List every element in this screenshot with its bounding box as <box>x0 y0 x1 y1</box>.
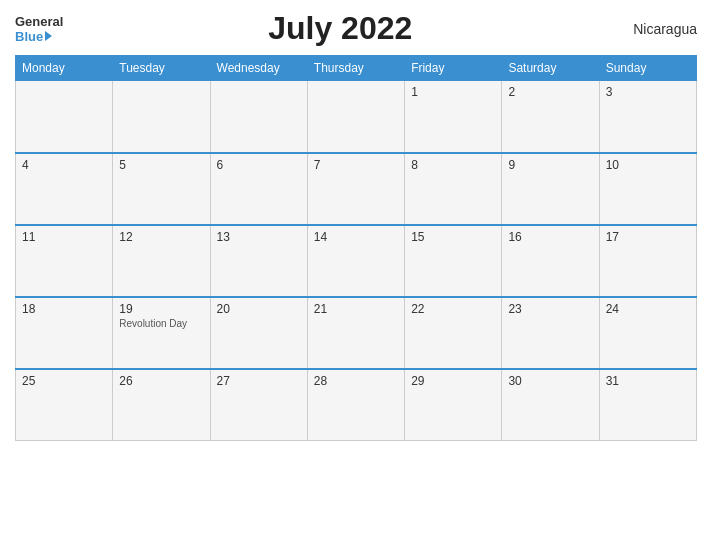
day-number: 6 <box>217 158 301 172</box>
calendar-cell <box>210 81 307 153</box>
calendar-cell: 24 <box>599 297 696 369</box>
country-label: Nicaragua <box>617 21 697 37</box>
weekday-header-thursday: Thursday <box>307 56 404 81</box>
calendar-cell: 15 <box>405 225 502 297</box>
event-label: Revolution Day <box>119 318 203 329</box>
calendar-cell: 5 <box>113 153 210 225</box>
day-number: 27 <box>217 374 301 388</box>
weekday-header-tuesday: Tuesday <box>113 56 210 81</box>
day-number: 31 <box>606 374 690 388</box>
day-number: 2 <box>508 85 592 99</box>
calendar-cell: 8 <box>405 153 502 225</box>
day-number: 26 <box>119 374 203 388</box>
weekday-header-row: MondayTuesdayWednesdayThursdayFridaySatu… <box>16 56 697 81</box>
calendar-cell <box>16 81 113 153</box>
calendar-cell: 25 <box>16 369 113 441</box>
calendar-container: General Blue July 2022 Nicaragua MondayT… <box>0 0 712 550</box>
calendar-cell: 26 <box>113 369 210 441</box>
logo-general-text: General <box>15 14 63 29</box>
day-number: 17 <box>606 230 690 244</box>
week-row-3: 11121314151617 <box>16 225 697 297</box>
calendar-cell <box>307 81 404 153</box>
logo-blue-text: Blue <box>15 29 52 44</box>
day-number: 3 <box>606 85 690 99</box>
calendar-title: July 2022 <box>63 10 617 47</box>
day-number: 1 <box>411 85 495 99</box>
calendar-cell: 31 <box>599 369 696 441</box>
calendar-cell: 10 <box>599 153 696 225</box>
calendar-cell <box>113 81 210 153</box>
day-number: 15 <box>411 230 495 244</box>
calendar-cell: 2 <box>502 81 599 153</box>
calendar-cell: 29 <box>405 369 502 441</box>
day-number: 29 <box>411 374 495 388</box>
day-number: 20 <box>217 302 301 316</box>
calendar-cell: 3 <box>599 81 696 153</box>
day-number: 18 <box>22 302 106 316</box>
weekday-header-friday: Friday <box>405 56 502 81</box>
day-number: 11 <box>22 230 106 244</box>
calendar-header: General Blue July 2022 Nicaragua <box>15 10 697 47</box>
day-number: 24 <box>606 302 690 316</box>
weekday-header-saturday: Saturday <box>502 56 599 81</box>
day-number: 21 <box>314 302 398 316</box>
calendar-cell: 30 <box>502 369 599 441</box>
calendar-cell: 19Revolution Day <box>113 297 210 369</box>
calendar-cell: 14 <box>307 225 404 297</box>
day-number: 23 <box>508 302 592 316</box>
calendar-cell: 11 <box>16 225 113 297</box>
day-number: 25 <box>22 374 106 388</box>
calendar-grid: MondayTuesdayWednesdayThursdayFridaySatu… <box>15 55 697 441</box>
day-number: 4 <box>22 158 106 172</box>
week-row-4: 1819Revolution Day2021222324 <box>16 297 697 369</box>
day-number: 12 <box>119 230 203 244</box>
calendar-cell: 6 <box>210 153 307 225</box>
calendar-cell: 1 <box>405 81 502 153</box>
week-row-2: 45678910 <box>16 153 697 225</box>
calendar-cell: 20 <box>210 297 307 369</box>
day-number: 28 <box>314 374 398 388</box>
day-number: 5 <box>119 158 203 172</box>
day-number: 16 <box>508 230 592 244</box>
calendar-cell: 22 <box>405 297 502 369</box>
calendar-cell: 13 <box>210 225 307 297</box>
calendar-cell: 21 <box>307 297 404 369</box>
calendar-cell: 12 <box>113 225 210 297</box>
calendar-cell: 9 <box>502 153 599 225</box>
day-number: 30 <box>508 374 592 388</box>
day-number: 9 <box>508 158 592 172</box>
logo: General Blue <box>15 14 63 44</box>
calendar-cell: 28 <box>307 369 404 441</box>
calendar-cell: 17 <box>599 225 696 297</box>
calendar-cell: 27 <box>210 369 307 441</box>
day-number: 7 <box>314 158 398 172</box>
day-number: 10 <box>606 158 690 172</box>
weekday-header-monday: Monday <box>16 56 113 81</box>
day-number: 19 <box>119 302 203 316</box>
weekday-header-wednesday: Wednesday <box>210 56 307 81</box>
calendar-cell: 7 <box>307 153 404 225</box>
weekday-header-sunday: Sunday <box>599 56 696 81</box>
day-number: 8 <box>411 158 495 172</box>
week-row-1: 123 <box>16 81 697 153</box>
calendar-cell: 18 <box>16 297 113 369</box>
day-number: 22 <box>411 302 495 316</box>
week-row-5: 25262728293031 <box>16 369 697 441</box>
calendar-cell: 4 <box>16 153 113 225</box>
logo-triangle-icon <box>45 31 52 41</box>
day-number: 13 <box>217 230 301 244</box>
calendar-cell: 23 <box>502 297 599 369</box>
day-number: 14 <box>314 230 398 244</box>
calendar-cell: 16 <box>502 225 599 297</box>
